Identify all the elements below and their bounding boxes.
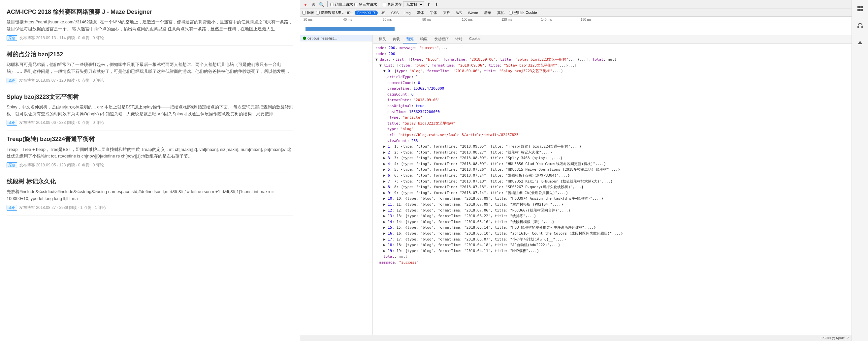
filter-type-tab-字体[interactable]: 字体	[427, 10, 440, 15]
article-meta-text: 发布博客 2018.09.13 · 114 阅读 · 0 点赞 · 0 评论	[19, 35, 104, 41]
timeline-label: 140 ms	[541, 18, 552, 22]
invert-label: 反转	[307, 10, 314, 15]
filter-type-tab-ws[interactable]: WS	[454, 10, 465, 15]
article-item: 线段树 标记永久化 先放着#include&<cstdio&>#include&…	[7, 173, 293, 215]
disable-cache-label: 禁用缓存	[387, 2, 402, 7]
timeline-label: 80 ms	[422, 18, 431, 22]
waterfall-bar	[306, 27, 395, 31]
import-button[interactable]: ⬆	[425, 1, 432, 8]
detail-tab-标头[interactable]: 标头	[375, 35, 389, 43]
json-line: createTime: 15362347200000	[375, 86, 849, 92]
json-line: postTime: 15362347200000	[375, 109, 849, 115]
json-list-item: ▶ 5: 5: {type: "blog", formatTime: "2018…	[375, 167, 849, 173]
svg-rect-2	[858, 9, 860, 11]
throttle-select[interactable]: 无限制	[403, 1, 424, 7]
article-item: Splay bzoj3223文艺平衡树 Splay，中文名伸展树，是由tarja…	[7, 88, 293, 131]
json-list-item: ▶ 10: 10: {type: "blog", formatTime: "20…	[375, 196, 849, 202]
json-list-item: ▶ 18: 18: {type: "blog", formatTime: "20…	[375, 242, 849, 248]
json-line: code: 200, message: "success",...	[375, 45, 849, 51]
detail-tab-预览[interactable]: 预览	[403, 35, 417, 43]
record-button[interactable]: ●	[302, 1, 309, 8]
filter-type-tab-其他[interactable]: 其他	[495, 10, 507, 15]
disable-cache-checkbox[interactable]: 禁用缓存	[383, 2, 402, 7]
article-title[interactable]: 树的点分治 bzoj2152	[7, 50, 293, 59]
detail-tab-Cookie[interactable]: Cookie	[466, 35, 484, 43]
json-line: commentCount: 0	[375, 80, 849, 86]
third-party-checkbox[interactable]: 第三方请求	[354, 2, 377, 7]
json-list-item: ▶ 11: 11: {type: "blog", formatTime: "20…	[375, 202, 849, 208]
article-desc: Splay，中文名伸展树，是由tarjan大神发明的... orz 本质上就是B…	[7, 104, 293, 117]
separator-2	[380, 1, 380, 7]
hide-data-url-input[interactable]	[316, 11, 320, 14]
json-line: ▼ data: {list: [{type: "blog", formatTim…	[375, 57, 849, 63]
json-list-item: ▶ 7: 7: {type: "blog", formatTime: "2018…	[375, 178, 849, 184]
article-title[interactable]: Treap(旋转) bzoj3224普通平衡树	[7, 135, 293, 143]
request-names-column: get-business-list...	[300, 35, 373, 335]
timeline-label: 100 ms	[462, 18, 473, 22]
json-line: ▼ list: [{type: "blog", formatTime: "201…	[375, 63, 849, 69]
filter-type-tab-wasm[interactable]: Wasm	[465, 10, 481, 15]
json-list-item: ▶ 6: 6: {type: "blog", formatTime: "2018…	[375, 173, 849, 178]
article-title[interactable]: 线段树 标记永久化	[7, 178, 293, 186]
article-title[interactable]: Splay bzoj3223文艺平衡树	[7, 93, 293, 101]
article-meta-text: 发布博客 2018.08.27 · 2939 阅读 · 1 点赞 · 1 评论	[19, 205, 106, 210]
filter-type-tab-js[interactable]: JS	[378, 10, 388, 15]
request-item[interactable]: get-business-list...	[300, 35, 372, 41]
article-item: 树的点分治 bzoj2152 聪聪和可可是兄弟俩，他们经常为了一些琐事打起来，例…	[7, 46, 293, 88]
article-item: Treap(旋转) bzoj3224普通平衡树 Treap = Tree + h…	[7, 131, 293, 173]
timeline-label: 40 ms	[343, 18, 352, 22]
headphone-icon[interactable]	[855, 21, 865, 31]
filter-type-tab-清单[interactable]: 清单	[482, 10, 494, 15]
hide-data-url-label: 隐藏数据 URL	[321, 10, 343, 15]
grid-icon[interactable]	[855, 3, 865, 14]
svg-rect-5	[861, 26, 863, 28]
json-line: type: "blog"	[375, 126, 849, 132]
preserve-log-input[interactable]	[330, 3, 334, 6]
article-title[interactable]: ACM-ICPC 2018 徐州赛区网络预赛 J - Maze Designer	[7, 8, 293, 16]
article-tag: 原创	[7, 205, 17, 210]
detail-panel: 标头负载预览响应发起程序计时Cookie code: 200, message:…	[373, 35, 851, 335]
detail-tab-计时[interactable]: 计时	[452, 35, 466, 43]
hide-data-url-checkbox[interactable]: 隐藏数据 URL	[316, 10, 343, 15]
article-desc: Treap = Tree + heap，Tree是BST，即同时维护二叉查找树和…	[7, 146, 293, 160]
article-item: ACM-ICPC 2018 徐州赛区网络预赛 J - Maze Designer…	[7, 3, 293, 46]
request-name: get-business-list...	[308, 36, 337, 40]
detail-tab-发起程序[interactable]: 发起程序	[431, 35, 452, 43]
svg-rect-3	[860, 9, 863, 11]
json-line: message: "success"	[375, 260, 849, 266]
preserve-log-checkbox[interactable]: 已阻止请求	[330, 2, 353, 7]
timeline-labels: 20 ms40 ms60 ms80 ms100 ms120 ms140 ms16…	[300, 17, 851, 24]
detail-tabs: 标头负载预览响应发起程序计时Cookie	[373, 35, 851, 44]
up-arrow-icon[interactable]	[855, 38, 865, 48]
article-desc: 先放着#include&<cstdio&>#include&<cstring&>…	[7, 189, 293, 202]
filter-type-tab-img[interactable]: Img	[402, 10, 413, 15]
third-party-input[interactable]	[354, 3, 358, 6]
detail-content: code: 200, message: "success",...code: 2…	[373, 44, 851, 335]
json-line: hasOriginal: true	[375, 103, 849, 109]
filter-type-tab-媒体[interactable]: 媒体	[414, 10, 427, 15]
preserve-log-label: 已阻止请求	[335, 2, 353, 7]
article-meta: 原创 发布博客 2018.09.05 · 123 阅读 · 0 点赞 · 0 评…	[7, 163, 293, 168]
invert-input[interactable]	[302, 11, 306, 14]
invert-checkbox[interactable]: 反转	[302, 10, 314, 15]
json-line: rtype: "article"	[375, 115, 849, 121]
json-list-item: ▶ 14: 14: {type: "blog", formatTime: "20…	[375, 219, 849, 225]
search-button[interactable]: 🔍	[318, 1, 324, 8]
devtools-toolbar: ● ⊘ 🔍 已阻止请求 第三方请求 禁用缓存 无限制 ⬆ ⬇	[300, 0, 851, 9]
clear-button[interactable]: ⊘	[310, 1, 317, 8]
json-line: code: 200	[375, 51, 849, 57]
export-button[interactable]: ⬇	[433, 1, 440, 8]
disable-cache-input[interactable]	[383, 3, 386, 6]
timeline-label: 60 ms	[383, 18, 392, 22]
svg-rect-4	[858, 26, 859, 28]
blocked-cookie-checkbox[interactable]: 已阻止 Cookie	[509, 10, 537, 15]
detail-tab-响应[interactable]: 响应	[417, 35, 431, 43]
filter-type-tab-css[interactable]: CSS	[389, 10, 402, 15]
filter-type-tab-fetch/xhr[interactable]: Fetch/XHR	[355, 10, 378, 15]
filter-type-tab-文档[interactable]: 文档	[440, 10, 453, 15]
json-list-item: ▶ 9: 9: {type: "blog", formatTime: "2018…	[375, 190, 849, 196]
json-list-item: ▶ 19: 19: {type: "blog", formatTime: "20…	[375, 248, 849, 254]
article-meta-text: 发布博客 2018.09.05 · 123 阅读 · 0 点赞 · 0 评论	[19, 163, 104, 168]
blocked-cookie-input[interactable]	[509, 11, 513, 14]
detail-tab-负载[interactable]: 负载	[389, 35, 403, 43]
